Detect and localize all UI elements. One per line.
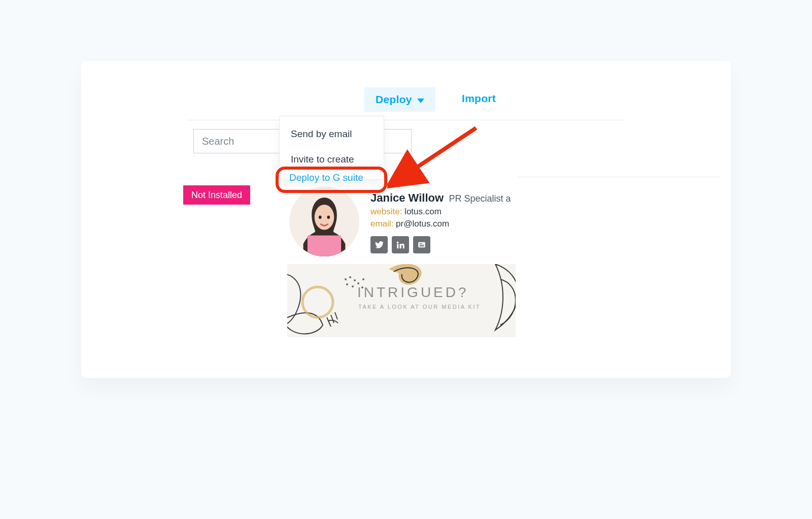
toolbar-row: Deploy Import: [81, 87, 731, 123]
menu-item-invite-to-create[interactable]: Invite to create: [280, 149, 384, 170]
signature-website-value[interactable]: lotus.com: [404, 207, 442, 216]
svg-point-19: [362, 278, 364, 280]
svg-rect-8: [420, 243, 422, 244]
twitter-icon[interactable]: [370, 236, 388, 253]
signature-website: website: lotus.com: [370, 207, 442, 217]
signature-title: PR Specialist a: [449, 193, 511, 204]
google-news-icon[interactable]: [413, 236, 430, 253]
import-button[interactable]: Import: [462, 92, 496, 105]
signature-email: email: pr@lotus.com: [370, 219, 449, 229]
svg-point-4: [319, 215, 322, 219]
svg-point-13: [345, 278, 347, 280]
svg-rect-6: [308, 236, 341, 256]
app-card: Deploy Import Send by email Invite to cr…: [81, 61, 731, 378]
banner-title: INTRIGUED?: [357, 284, 469, 301]
status-badge-not-installed: Not Installed: [183, 185, 250, 205]
svg-rect-9: [420, 245, 424, 246]
deploy-dropdown: Send by email Invite to create: [279, 116, 384, 180]
menu-item-send-by-email[interactable]: Send by email: [280, 123, 384, 145]
svg-point-5: [327, 215, 330, 219]
signature-website-label: website:: [370, 207, 402, 216]
menu-item-deploy-to-gsuite[interactable]: Deploy to G suite: [289, 172, 363, 183]
svg-point-15: [354, 279, 356, 281]
svg-line-1: [405, 128, 476, 175]
svg-rect-10: [420, 246, 424, 246]
deploy-button[interactable]: Deploy: [364, 87, 435, 112]
signature-name-row: Janice Willow PR Specialist a: [370, 191, 518, 205]
signature-email-label: email:: [370, 219, 393, 229]
signature-name: Janice Willow: [370, 191, 444, 204]
deploy-button-label: Deploy: [376, 93, 412, 106]
svg-point-14: [349, 276, 351, 278]
linkedin-icon[interactable]: [392, 236, 409, 253]
divider-top: [188, 120, 624, 120]
signature-preview: Janice Willow PR Specialist a website: l…: [284, 175, 518, 373]
svg-point-17: [352, 285, 354, 287]
banner-subtitle: TAKE A LOOK AT OUR MEDIA KIT: [358, 304, 481, 310]
svg-point-16: [346, 283, 348, 285]
signature-banner[interactable]: INTRIGUED? TAKE A LOOK AT OUR MEDIA KIT: [287, 264, 516, 337]
avatar: [289, 186, 359, 256]
signature-email-value[interactable]: pr@lotus.com: [396, 219, 449, 229]
social-row: [370, 236, 430, 253]
chevron-down-icon: [417, 99, 424, 103]
